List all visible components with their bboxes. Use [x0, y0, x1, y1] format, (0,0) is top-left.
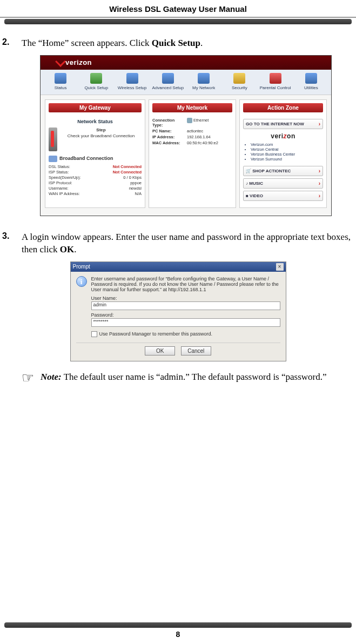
network-status-title: Network Status [49, 119, 142, 124]
dialog-message: Enter username and password for “Before … [91, 276, 280, 292]
nav-mynetwork[interactable]: My Network [186, 73, 221, 90]
modem-icon [49, 156, 57, 162]
chevron-right-icon: › [319, 168, 320, 174]
username-label: User Name: [91, 296, 280, 301]
step-3: 3. A login window appears. Enter the use… [2, 231, 354, 256]
nav-security[interactable]: Security [221, 73, 257, 90]
divider [0, 17, 356, 18]
nav-status[interactable]: Status [43, 73, 78, 90]
network-icon [198, 73, 210, 84]
note-text: Note: The default user name is “admin.” … [41, 371, 327, 385]
chevron-right-icon: › [319, 180, 320, 186]
pointing-hand-icon: ☞ [22, 371, 34, 385]
utilities-icon [305, 73, 317, 84]
password-input[interactable]: ******** [91, 318, 280, 327]
step-text: The “Home” screen appears. Click Quick S… [22, 37, 354, 50]
cancel-button[interactable]: Cancel [181, 346, 211, 355]
nav-parental[interactable]: Parental Control [258, 73, 293, 90]
bold-term: OK [60, 244, 74, 254]
my-gateway-panel: My Gateway Network Status Step Check you… [45, 99, 145, 208]
nav-advanced[interactable]: Advanced Setup [150, 73, 186, 90]
dialog-titlebar: Prompt × [71, 262, 286, 272]
page-number: 8 [0, 630, 356, 639]
page-footer: 8 [0, 622, 356, 639]
close-icon[interactable]: × [276, 263, 284, 271]
panel-body: Connection Type:Ethernet PC Name:actiont… [149, 115, 236, 151]
link-item[interactable]: Verizon Business Center [251, 152, 323, 157]
link-item[interactable]: Verizon Central [251, 147, 323, 152]
verizon-check-icon [55, 56, 66, 67]
music-button[interactable]: ♪ MUSIC› [243, 178, 323, 189]
ethernet-icon [187, 118, 192, 123]
ok-button[interactable]: OK [145, 346, 175, 355]
parental-icon [270, 73, 281, 84]
gateway-nav: Status Quick Setup Wireless Setup Advanc… [41, 70, 331, 95]
go-internet-button[interactable]: GO TO THE INTERNET NOW› [243, 119, 323, 129]
step-text: A login window appears. Enter the user n… [22, 231, 354, 256]
remember-checkbox[interactable] [91, 331, 97, 337]
panel-title: Action Zone [243, 103, 323, 112]
step-number: 3. [2, 231, 16, 256]
username-input[interactable]: admin [91, 301, 280, 310]
info-icon: i [76, 276, 87, 287]
note-label: Note: [41, 372, 62, 382]
text: . [200, 38, 203, 48]
bold-term: Quick Setup [152, 38, 200, 48]
text: The default user name is “admin.” The de… [62, 372, 327, 382]
text: . [74, 244, 76, 254]
panel-title: My Network [152, 103, 232, 112]
advanced-icon [162, 73, 174, 84]
verizon-logo-small: verizon [243, 132, 323, 140]
video-button[interactable]: ■ VIDEO› [243, 191, 323, 201]
dialog-title: Prompt [73, 264, 90, 270]
step-2: 2. The “Home” screen appears. Click Quic… [2, 37, 354, 50]
link-item[interactable]: Verizon.com [251, 142, 323, 147]
gateway-topbar: verizon [41, 56, 331, 70]
wireless-icon [126, 73, 138, 84]
chevron-right-icon: › [319, 121, 320, 127]
step-number: 2. [2, 37, 16, 50]
my-network-panel: My Network Connection Type:Ethernet PC N… [149, 99, 236, 208]
page-header: Wireless DSL Gateway User Manual [0, 0, 356, 24]
status-indicator-icon [49, 128, 57, 151]
nav-utilities[interactable]: Utilities [293, 73, 329, 90]
panel-body: GO TO THE INTERNET NOW› verizon Verizon.… [240, 115, 326, 207]
password-label: Password: [91, 312, 280, 318]
link-item[interactable]: Verizon Surround [251, 157, 323, 162]
check-broadband-text: Check your Broadband Connection [61, 133, 142, 138]
panel-body: Network Status Step Check your Broadband… [45, 115, 145, 201]
nav-quick-setup[interactable]: Quick Setup [78, 73, 114, 90]
panel-title: My Gateway [49, 103, 142, 112]
verizon-logo: verizon [65, 58, 92, 66]
login-dialog-screenshot: Prompt × i Enter username and password f… [70, 261, 286, 361]
note-block: ☞ Note: The default user name is “admin.… [22, 371, 354, 385]
manual-title: Wireless DSL Gateway User Manual [0, 4, 356, 17]
nav-wireless[interactable]: Wireless Setup [115, 73, 150, 90]
setup-icon [90, 73, 102, 84]
gateway-panels: My Gateway Network Status Step Check you… [41, 95, 331, 216]
chevron-right-icon: › [319, 193, 320, 199]
step-label: Step [61, 128, 142, 132]
shop-button[interactable]: 🛒 SHOP ACTIONTEC› [243, 166, 323, 176]
gateway-screenshot: verizon Status Quick Setup Wireless Setu… [40, 55, 332, 216]
monitor-icon [55, 73, 66, 84]
divider-bar [4, 622, 352, 628]
verizon-links: Verizon.com Verizon Central Verizon Busi… [246, 142, 323, 162]
broadband-title: Broadband Connection [49, 156, 142, 162]
action-zone-panel: Action Zone GO TO THE INTERNET NOW› veri… [239, 99, 327, 208]
text: The “Home” screen appears. Click [22, 38, 152, 48]
security-icon [233, 73, 245, 84]
remember-label: Use Password Manager to remember this pa… [99, 331, 213, 337]
page-content: 2. The “Home” screen appears. Click Quic… [0, 37, 356, 385]
divider-bar [4, 19, 352, 24]
remember-row: Use Password Manager to remember this pa… [91, 331, 280, 337]
